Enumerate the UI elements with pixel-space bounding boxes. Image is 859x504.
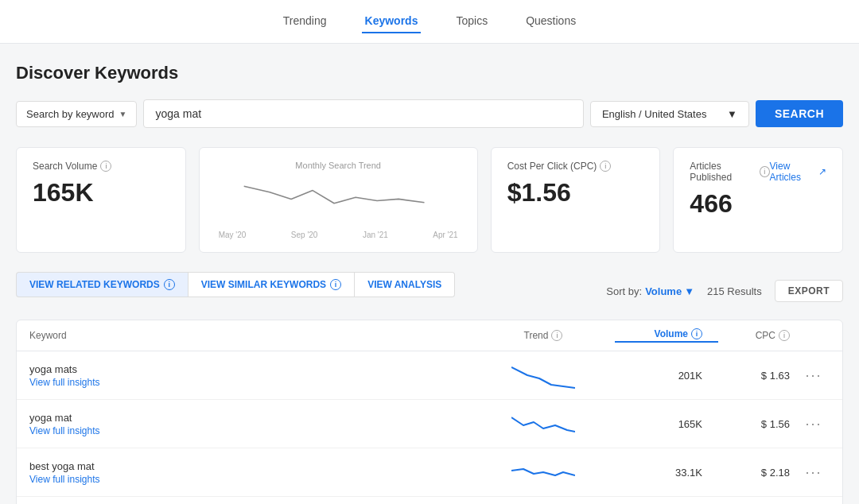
cpc-value: $1.56 xyxy=(507,178,644,207)
search-bar: Search by keyword ▼ English / United Sta… xyxy=(16,99,843,128)
table-row: yoga mat View full insights 165K $ 1.56 … xyxy=(17,400,842,448)
language-dropdown[interactable]: English / United States ▼ xyxy=(590,101,749,127)
keyword-cell: yoga mat View full insights xyxy=(29,412,472,436)
top-navigation: Trending Keywords Topics Questions xyxy=(0,0,859,44)
view-full-insights-link[interactable]: View full insights xyxy=(29,425,472,436)
nav-keywords[interactable]: Keywords xyxy=(362,10,422,33)
table-row: yoga mats View full insights 201K $ 1.63… xyxy=(17,351,842,400)
chart-label: Monthly Search Trend xyxy=(216,161,461,170)
nav-questions[interactable]: Questions xyxy=(523,10,579,33)
volume-info-icon[interactable]: i xyxy=(691,328,702,339)
keyword-input[interactable] xyxy=(143,99,583,128)
similar-info-icon[interactable]: i xyxy=(330,279,341,290)
search-type-label: Search by keyword xyxy=(26,108,115,120)
chart-x-label-3: Jan '21 xyxy=(363,231,388,239)
articles-value: 466 xyxy=(690,189,826,219)
language-label: English / United States xyxy=(602,108,707,120)
sort-value-dropdown[interactable]: Volume ▼ xyxy=(645,285,694,297)
keyword-cell: best yoga mat View full insights xyxy=(29,460,472,485)
col-keyword: Keyword xyxy=(29,330,472,341)
volume-cell: 201K xyxy=(615,370,718,382)
chevron-down-icon: ▼ xyxy=(119,110,127,118)
sort-section: Sort by: Volume ▼ 215 Results xyxy=(606,285,761,297)
articles-label: Articles Published xyxy=(690,161,756,183)
cpc-cell: $ 1.63 xyxy=(718,370,798,382)
search-volume-label: Search Volume xyxy=(33,161,97,172)
cpc-col-info-icon[interactable]: i xyxy=(779,330,790,341)
volume-cell: 33.1K xyxy=(615,467,718,479)
results-count: 215 Results xyxy=(707,285,762,297)
tab-similar-keywords[interactable]: VIEW SIMILAR KEYWORDS i xyxy=(188,272,355,297)
tab-related-keywords[interactable]: VIEW RELATED KEYWORDS i xyxy=(16,272,188,297)
nav-topics[interactable]: Topics xyxy=(453,10,491,33)
keyword-name: yoga mats xyxy=(29,363,472,375)
chevron-down-icon: ▼ xyxy=(727,108,737,120)
page-title: Discover Keywords xyxy=(16,63,843,83)
chart-x-label-2: Sep '20 xyxy=(291,231,318,239)
trend-cell xyxy=(472,458,615,487)
chevron-down-icon: ▼ xyxy=(684,285,694,297)
search-button[interactable]: SEARCH xyxy=(756,100,843,127)
more-options-button[interactable]: ··· xyxy=(798,367,830,384)
col-cpc: CPC i xyxy=(718,330,798,341)
view-full-insights-link[interactable]: View full insights xyxy=(29,474,472,485)
chart-x-labels: May '20 Sep '20 Jan '21 Apr '21 xyxy=(216,231,461,239)
view-full-insights-link[interactable]: View full insights xyxy=(29,377,472,388)
search-volume-info-icon[interactable]: i xyxy=(100,161,111,172)
external-link-icon: ↗ xyxy=(818,166,826,177)
cpc-cell: $ 2.18 xyxy=(718,467,798,479)
volume-cell: 165K xyxy=(615,418,718,430)
nav-trending[interactable]: Trending xyxy=(280,10,330,33)
search-volume-value: 165K xyxy=(33,178,169,207)
cpc-label: Cost Per Click (CPC) xyxy=(507,161,597,172)
chart-x-label-4: Apr '21 xyxy=(433,231,457,239)
more-options-button[interactable]: ··· xyxy=(798,416,830,432)
table-row: best yoga mat View full insights 33.1K $… xyxy=(17,448,842,497)
cpc-card: Cost Per Click (CPC) i $1.56 xyxy=(491,147,661,253)
col-volume[interactable]: Volume i xyxy=(615,328,718,343)
articles-card: Articles Published i View Articles ↗ 466 xyxy=(673,147,843,253)
stats-row: Search Volume i 165K Monthly Search Tren… xyxy=(16,147,843,253)
related-info-icon[interactable]: i xyxy=(164,279,175,290)
table-header: Keyword Trend i Volume i CPC i xyxy=(17,320,842,351)
sort-by-label: Sort by: xyxy=(606,285,642,297)
keyword-name: best yoga mat xyxy=(29,460,472,472)
col-trend: Trend i xyxy=(472,330,615,341)
chart-x-label-1: May '20 xyxy=(219,231,247,239)
cpc-info-icon[interactable]: i xyxy=(600,161,611,172)
trend-cell xyxy=(472,409,615,438)
trend-info-icon[interactable]: i xyxy=(551,330,562,341)
keyword-cell: yoga mats View full insights xyxy=(29,363,472,388)
export-button[interactable]: EXPORT xyxy=(775,280,843,302)
table-row: exercise mat View full insights 33.1K $ … xyxy=(17,497,842,504)
tab-view-analysis[interactable]: VIEW ANALYSIS xyxy=(355,272,455,297)
search-type-dropdown[interactable]: Search by keyword ▼ xyxy=(16,101,137,127)
trend-cell xyxy=(472,361,615,390)
keyword-tabs: VIEW RELATED KEYWORDS i VIEW SIMILAR KEY… xyxy=(16,272,455,297)
more-options-button[interactable]: ··· xyxy=(798,464,830,481)
cpc-cell: $ 1.56 xyxy=(718,418,798,430)
keyword-table: Keyword Trend i Volume i CPC i yoga mats… xyxy=(16,320,843,504)
trend-chart xyxy=(216,173,461,229)
keyword-name: yoga mat xyxy=(29,412,472,424)
view-articles-link[interactable]: View Articles ↗ xyxy=(770,161,826,183)
search-volume-card: Search Volume i 165K xyxy=(16,147,186,253)
articles-info-icon[interactable]: i xyxy=(760,166,770,177)
monthly-trend-card: Monthly Search Trend May '20 Sep '20 Jan… xyxy=(199,147,478,253)
